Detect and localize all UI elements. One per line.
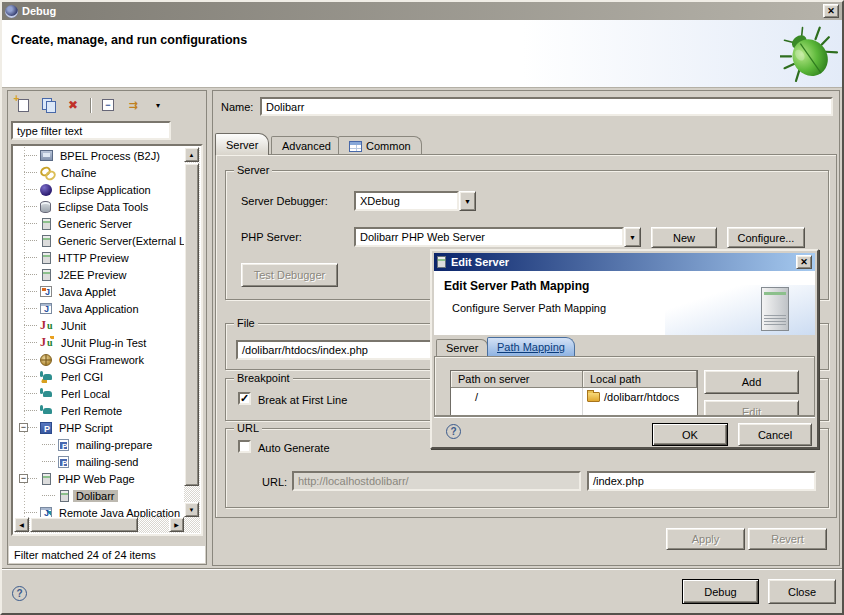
tree-item-label: Eclipse Data Tools <box>55 201 151 213</box>
configure-server-button[interactable]: Configure... <box>727 227 805 248</box>
url-input[interactable]: http://localhostdolibarr/ <box>292 471 581 491</box>
php-file-icon <box>58 439 69 451</box>
tree-item-http-preview[interactable]: HTTP Preview <box>14 249 184 266</box>
tree-item-perl-remote[interactable]: Perl Remote <box>14 402 184 419</box>
tree-item-perl-local[interactable]: Perl Local <box>14 385 184 402</box>
tree-item-label: Perl Remote <box>58 405 125 417</box>
tab-common[interactable]: Common <box>338 136 422 155</box>
auto-generate-checkbox[interactable] <box>238 440 251 453</box>
tree-item-j2ee-preview[interactable]: J2EE Preview <box>14 266 184 283</box>
ok-button[interactable]: OK <box>652 423 728 446</box>
tree-item-label: Perl Local <box>58 388 113 400</box>
checkmark-icon: ✓ <box>240 394 249 403</box>
close-button[interactable]: Close <box>768 579 836 604</box>
collapse-all-button[interactable]: − <box>100 97 116 113</box>
test-debugger-button[interactable]: Test Debugger <box>241 263 338 287</box>
tree-item-bpel-process-b2j[interactable]: BPEL Process (B2J) <box>14 147 184 164</box>
scroll-right-button[interactable]: ▶ <box>169 517 184 532</box>
tree-item-label: Generic Server <box>55 218 135 230</box>
dialog-title: Edit Server <box>451 256 509 268</box>
name-input[interactable]: Dolibarr <box>260 97 833 116</box>
server-group-legend: Server <box>234 164 272 176</box>
tab-advanced[interactable]: Advanced <box>271 136 342 155</box>
tree-item-mailing-send[interactable]: mailing-send <box>14 453 184 470</box>
dialog-help-button[interactable]: ? <box>446 424 461 439</box>
window-title: Debug <box>22 5 56 17</box>
dialog-tab-server[interactable]: Server <box>436 339 488 356</box>
tree-collapse-toggle[interactable]: − <box>19 423 28 432</box>
tree-item-junit-plug-in-test[interactable]: JUnit Plug-in Test <box>14 334 184 351</box>
debug-button[interactable]: Debug <box>682 579 759 604</box>
scroll-up-button[interactable]: ▲ <box>184 147 199 162</box>
delete-config-button[interactable]: ✖ <box>65 97 81 113</box>
local-path-text: /dolibarr/htdocs <box>604 391 679 403</box>
tree-item-php-web-page[interactable]: −PHP Web Page <box>14 470 184 487</box>
tree-item-mailing-prepare[interactable]: mailing-prepare <box>14 436 184 453</box>
tree-item-eclipse-data-tools[interactable]: Eclipse Data Tools <box>14 198 184 215</box>
php-server-combo[interactable]: Dolibarr PHP Web Server ▼ <box>354 227 641 247</box>
new-server-button[interactable]: New <box>651 227 717 248</box>
tree-item-generic-server-external-la[interactable]: Generic Server(External La <box>14 232 184 249</box>
revert-button[interactable]: Revert <box>748 528 827 550</box>
breakpoint-group-legend: Breakpoint <box>234 372 293 384</box>
perl-cgi-icon <box>40 370 54 383</box>
tab-server[interactable]: Server <box>215 133 269 155</box>
help-button[interactable]: ? <box>12 586 27 601</box>
tree-item-junit[interactable]: JUnit <box>14 317 184 334</box>
tree-item-label: PHP Web Page <box>55 473 138 485</box>
tree-item-generic-server[interactable]: Generic Server <box>14 215 184 232</box>
tree-item-cha-ne[interactable]: Chaîne <box>14 164 184 181</box>
cancel-button[interactable]: Cancel <box>738 423 812 446</box>
window-close-button[interactable]: ✕ <box>823 4 839 18</box>
tree-item-osgi-framework[interactable]: OSGi Framework <box>14 351 184 368</box>
combo-arrow-icon[interactable]: ▼ <box>459 191 476 211</box>
php-file-icon <box>58 456 69 468</box>
tree-item-eclipse-application[interactable]: Eclipse Application <box>14 181 184 198</box>
tree-item-label: Generic Server(External La <box>55 235 184 247</box>
tree-item-label: Chaîne <box>58 167 99 179</box>
horizontal-scroll-thumb[interactable] <box>30 517 138 532</box>
filter-launch-configs-button[interactable]: ⇉ <box>125 97 141 113</box>
url-path-input[interactable]: /index.php <box>587 471 816 491</box>
duplicate-config-button[interactable] <box>40 97 56 113</box>
path-mapping-pane: Path on server Local path //dolibarr/htd… <box>434 356 815 416</box>
eclipse-icon <box>40 184 52 196</box>
tree-vertical-scrollbar[interactable]: ▲ ▼ <box>184 147 200 517</box>
break-at-first-line-checkbox[interactable]: ✓ <box>238 392 251 405</box>
scroll-down-button[interactable]: ▼ <box>184 502 199 517</box>
add-mapping-button[interactable]: Add <box>704 370 799 394</box>
vertical-scroll-thumb[interactable] <box>184 163 199 486</box>
toolbar-separator <box>90 98 91 113</box>
tree-item-java-applet[interactable]: Java Applet <box>14 283 184 300</box>
dialog-tab-path-mapping[interactable]: Path Mapping <box>487 337 575 356</box>
edit-mapping-button[interactable]: Edit <box>704 400 799 416</box>
url-label: URL: <box>262 476 287 488</box>
server-icon <box>437 256 446 268</box>
tree-collapse-toggle[interactable]: − <box>19 474 28 483</box>
dialog-close-button[interactable]: ✕ <box>796 255 812 269</box>
tree-item-php-script[interactable]: −PHP Script <box>14 419 184 436</box>
tree-horizontal-scrollbar[interactable]: ◀ ▶ <box>14 517 184 533</box>
tree-item-java-application[interactable]: Java Application <box>14 300 184 317</box>
mapping-row[interactable]: //dolibarr/htdocs <box>451 388 697 405</box>
tree-item-perl-cgi[interactable]: Perl CGI <box>14 368 184 385</box>
tree-item-label: OSGi Framework <box>56 354 147 366</box>
tree-item-remote-java-application[interactable]: Remote Java Application <box>14 504 184 517</box>
apply-button[interactable]: Apply <box>666 528 745 550</box>
column-header-path-on-server[interactable]: Path on server <box>451 371 583 388</box>
new-config-button[interactable] <box>15 97 31 113</box>
junit-icon <box>40 319 54 332</box>
server-debugger-label: Server Debugger: <box>241 195 328 207</box>
tree-item-label: Dolibarr <box>73 490 118 502</box>
dialog-tabs: Server Path Mapping <box>434 337 817 356</box>
mapping-table-body: //dolibarr/htdocs <box>451 388 697 405</box>
combo-arrow-icon[interactable]: ▼ <box>624 227 641 247</box>
server-debugger-combo[interactable]: XDebug ▼ <box>354 191 476 211</box>
column-header-local-path[interactable]: Local path <box>583 371 697 388</box>
tree-item-dolibarr[interactable]: Dolibarr <box>14 487 184 504</box>
perl-icon <box>40 387 54 400</box>
scroll-left-button[interactable]: ◀ <box>14 517 29 532</box>
server-tower-icon <box>761 287 789 331</box>
filter-input[interactable]: type filter text <box>11 121 171 140</box>
toolbar-dropdown-caret[interactable]: ▾ <box>150 97 166 113</box>
